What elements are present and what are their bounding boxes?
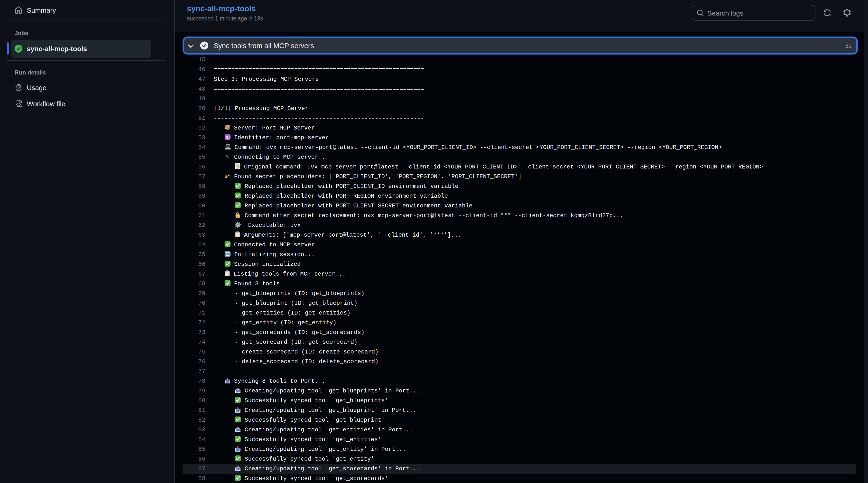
svg-text:ID: ID xyxy=(225,135,229,139)
